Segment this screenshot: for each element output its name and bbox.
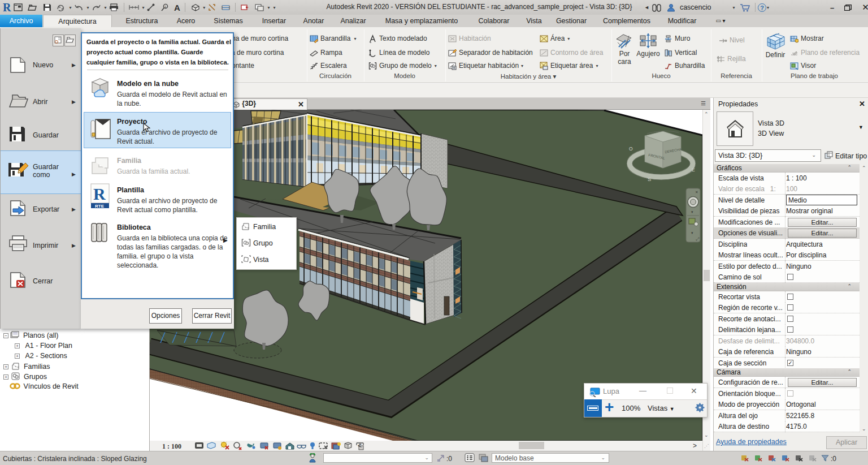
svg-text:R: R: [93, 184, 106, 203]
svg-text:RTE: RTE: [95, 204, 105, 209]
svg-text:O: O: [629, 146, 633, 152]
svg-text:E: E: [692, 167, 695, 173]
svg-text:⤢: ⤢: [696, 236, 700, 242]
svg-text:▾: ▾: [691, 210, 693, 214]
svg-text:✕: ✕: [695, 190, 698, 194]
svg-text:S: S: [648, 176, 651, 182]
svg-text:▾: ▾: [691, 231, 693, 235]
